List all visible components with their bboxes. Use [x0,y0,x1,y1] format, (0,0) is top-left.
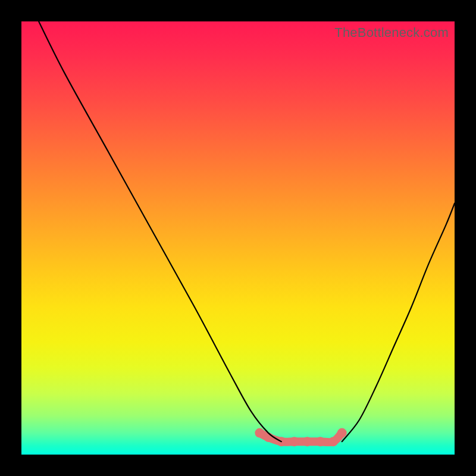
floor-marker-dot [315,437,325,446]
floor-marker-dot [264,433,273,442]
chart-svg [21,21,455,455]
plot-area: TheBottleneck.com [21,21,455,455]
floor-marker-dot [290,437,299,446]
floor-marker-dot [328,437,338,446]
floor-marker-dot [337,428,347,438]
floor-marker-dot [255,428,264,438]
left-branch-path [39,21,281,441]
chart-stage: TheBottleneck.com [0,0,476,476]
chart-curves [39,21,455,446]
right-branch-path [342,203,455,441]
floor-marker-dot [302,437,312,446]
